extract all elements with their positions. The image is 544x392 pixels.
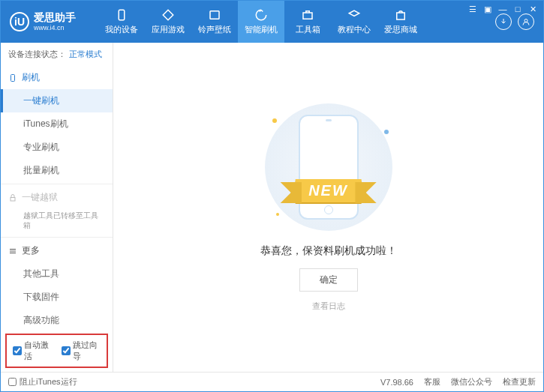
nav-toolbox[interactable]: 工具箱 <box>284 1 331 43</box>
list-icon <box>8 247 17 256</box>
checkbox-label: 自动激活 <box>24 340 53 362</box>
checkbox-auto-activate[interactable]: 自动激活 <box>13 340 53 362</box>
checkbox-input[interactable] <box>8 378 17 386</box>
confirm-button[interactable]: 确定 <box>299 268 358 292</box>
sidebar-item-advanced[interactable]: 高级功能 <box>1 309 113 332</box>
connection-status: 设备连接状态： 正常模式 <box>1 43 113 66</box>
nav-apps-games[interactable]: 应用游戏 <box>145 1 191 43</box>
nav-bar: 我的设备 应用游戏 铃声壁纸 智能刷机 工具箱 教程中心 <box>98 1 486 43</box>
close-button[interactable]: ✕ <box>527 4 539 14</box>
ribbon-text: NEW <box>295 179 362 202</box>
checkbox-input[interactable] <box>13 346 22 355</box>
jailbreak-note: 越狱工具已转移至工具箱 <box>1 209 113 235</box>
success-message: 恭喜您，保资料刷机成功啦！ <box>260 244 397 258</box>
nav-my-devices[interactable]: 我的设备 <box>98 1 145 43</box>
sidebar-head-label: 更多 <box>22 244 40 257</box>
svg-rect-6 <box>11 197 15 201</box>
sidebar-item-batch-flash[interactable]: 批量刷机 <box>1 159 113 182</box>
minimize-button[interactable]: — <box>497 4 509 14</box>
sidebar-section-more[interactable]: 更多 <box>1 239 113 262</box>
sidebar-head-label: 刷机 <box>22 71 40 84</box>
sidebar-head-label: 一键越狱 <box>22 191 58 204</box>
logo-area: iU 爱思助手 www.i4.cn <box>1 1 98 43</box>
view-log-link[interactable]: 查看日志 <box>312 301 345 312</box>
sidebar-section-flash[interactable]: 刷机 <box>1 66 113 89</box>
status-label: 设备连接状态： <box>8 49 66 60</box>
app-url: www.i4.cn <box>34 24 76 32</box>
nav-label: 爱思商城 <box>384 24 417 35</box>
logo-icon: iU <box>10 12 29 31</box>
svg-rect-3 <box>397 13 405 19</box>
svg-point-4 <box>524 19 527 22</box>
sidebar-item-itunes-flash[interactable]: iTunes刷机 <box>1 112 113 136</box>
menu-icon[interactable]: ☰ <box>467 4 479 14</box>
nav-label: 工具箱 <box>296 24 320 35</box>
app-window: iU 爱思助手 www.i4.cn 我的设备 应用游戏 铃声壁纸 智能刷机 <box>0 0 544 392</box>
window-controls: ☰ ▣ — □ ✕ <box>462 1 543 17</box>
phone-graphic <box>299 115 359 220</box>
status-value: 正常模式 <box>69 49 102 60</box>
divider <box>1 184 113 184</box>
skin-icon[interactable]: ▣ <box>482 4 494 14</box>
tutorial-icon <box>347 8 361 22</box>
version-label: V7.98.66 <box>380 378 413 387</box>
svg-rect-0 <box>119 10 125 20</box>
nav-label: 教程中心 <box>338 24 371 35</box>
checkbox-highlight-box: 自动激活 跳过向导 <box>5 334 108 368</box>
nav-label: 应用游戏 <box>152 24 185 35</box>
checkbox-skip-guide[interactable]: 跳过向导 <box>62 340 101 362</box>
sidebar-item-download-firmware[interactable]: 下载固件 <box>1 286 113 309</box>
svg-rect-5 <box>11 74 15 81</box>
sidebar-section-jailbreak: 一键越狱 <box>1 186 113 209</box>
main-content: NEW 恭喜您，保资料刷机成功啦！ 确定 查看日志 <box>113 43 543 372</box>
store-icon <box>394 8 407 22</box>
footer: 阻止iTunes运行 V7.98.66 客服 微信公众号 检查更新 <box>1 372 543 391</box>
nav-ringtones[interactable]: 铃声壁纸 <box>191 1 238 43</box>
nav-label: 铃声壁纸 <box>198 24 231 35</box>
nav-store[interactable]: 爱思商城 <box>377 1 424 43</box>
nav-smart-flash[interactable]: 智能刷机 <box>238 1 284 43</box>
sidebar-item-other-tools[interactable]: 其他工具 <box>1 262 113 286</box>
lock-icon <box>8 193 17 202</box>
titlebar: iU 爱思助手 www.i4.cn 我的设备 应用游戏 铃声壁纸 智能刷机 <box>1 1 543 43</box>
checkbox-label: 阻止iTunes运行 <box>20 376 77 388</box>
wallpaper-icon <box>208 8 221 22</box>
divider <box>1 237 113 238</box>
sidebar-item-pro-flash[interactable]: 专业刷机 <box>1 136 113 159</box>
checkbox-label: 跳过向导 <box>73 340 101 362</box>
nav-tutorials[interactable]: 教程中心 <box>331 1 377 43</box>
sidebar: 设备连接状态： 正常模式 刷机 一键刷机 iTunes刷机 专业刷机 批量刷机 … <box>1 43 113 372</box>
success-illustration: NEW <box>254 103 404 231</box>
maximize-button[interactable]: □ <box>512 4 524 14</box>
flash-icon <box>254 8 268 22</box>
new-ribbon: NEW <box>295 179 362 202</box>
app-title: 爱思助手 <box>34 11 76 24</box>
svg-rect-1 <box>210 11 219 19</box>
block-itunes-checkbox[interactable]: 阻止iTunes运行 <box>8 376 77 388</box>
nav-label: 智能刷机 <box>245 24 278 35</box>
wechat-link[interactable]: 微信公众号 <box>451 376 492 388</box>
support-link[interactable]: 客服 <box>424 376 440 388</box>
svg-rect-2 <box>303 13 312 19</box>
checkbox-input[interactable] <box>62 346 71 355</box>
device-icon <box>115 8 128 22</box>
nav-label: 我的设备 <box>105 24 138 35</box>
smartphone-icon <box>8 73 17 82</box>
apps-icon <box>161 8 175 22</box>
sidebar-item-oneclick-flash[interactable]: 一键刷机 <box>1 89 113 112</box>
toolbox-icon <box>301 8 314 22</box>
check-update-link[interactable]: 检查更新 <box>503 376 536 388</box>
